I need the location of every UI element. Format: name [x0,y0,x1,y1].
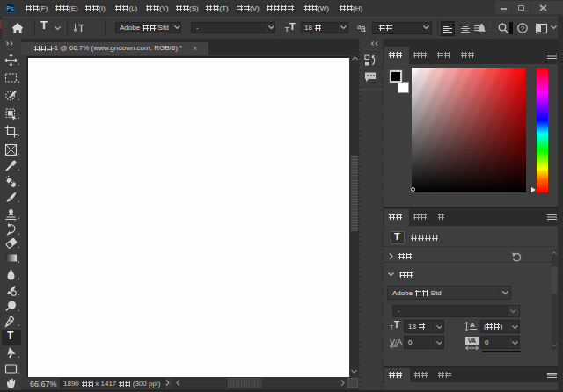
svg-text:?: ? [521,25,525,33]
svg-text:A: A [470,321,475,329]
